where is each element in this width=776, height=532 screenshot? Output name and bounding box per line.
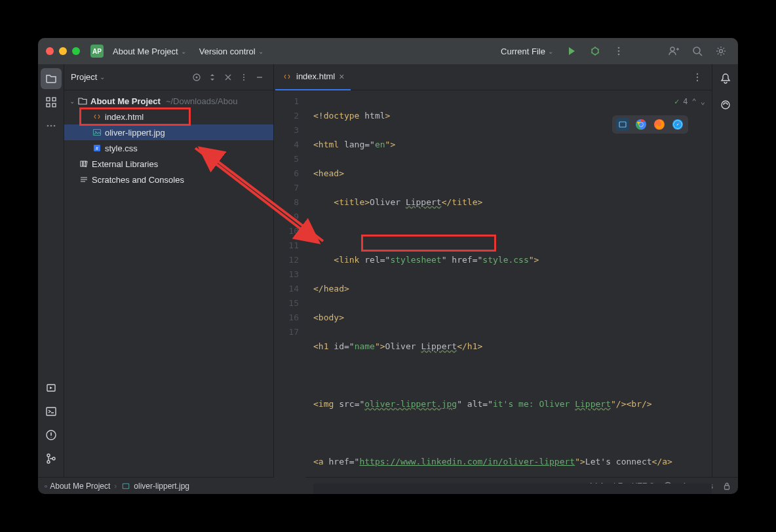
svg-point-19 [52,457,55,460]
line-number: 15 [274,296,299,311]
svg-rect-25 [94,130,101,136]
problems-tool-button[interactable] [41,425,62,446]
check-icon: ✓ [674,94,679,109]
scratches-icon [79,174,89,185]
firefox-button[interactable] [653,118,666,131]
svg-point-30 [697,76,698,77]
svg-point-0 [592,48,598,54]
tab-label: index.html [296,71,335,81]
minimize-window-button[interactable] [59,47,67,55]
svg-rect-7 [47,98,50,101]
project-badge: AP [90,45,104,58]
hide-panel-button[interactable] [252,70,267,85]
tree-file-label: style.css [105,143,138,153]
panel-options-button[interactable] [237,70,251,85]
code-with-me-button[interactable] [665,42,683,60]
editor[interactable]: 1 2 3 4 5 6 7 8 9 10 11 12 13 14 15 16 1 [274,90,712,494]
tree-root[interactable]: ⌄ About Me Project ~/Downloads/Abou [64,93,273,109]
run-config-menu[interactable]: Current File ⌄ [497,44,557,59]
tree-scratches[interactable]: Scratches and Consoles [64,172,273,187]
annotation-highlight-box [361,235,496,252]
line-number: 11 [274,238,299,253]
close-tab-button[interactable]: × [339,71,344,82]
folder-icon [77,96,88,106]
expand-all-button[interactable] [205,70,220,85]
open-in-browser-toolbar [612,115,688,134]
project-panel: Project ⌄ ⌄ About Me Project ~/Downloads… [64,64,274,477]
titlebar: AP About Me Project ⌄ Version control ⌄ … [38,38,738,64]
line-number: 4 [274,138,299,152]
version-control-menu[interactable]: Version control ⌄ [195,44,267,59]
run-config-label: Current File [501,47,545,56]
tree-external-libraries[interactable]: External Libraries [64,156,273,172]
collapse-all-button[interactable] [221,70,235,85]
select-opened-file-button[interactable] [189,70,204,85]
svg-rect-8 [52,98,56,101]
svg-point-5 [693,47,700,54]
more-menu[interactable] [610,42,628,60]
nav-project[interactable]: ▫ About Me Project [45,482,110,491]
editor-area: index.html × 1 2 3 4 5 6 7 8 9 10 11 [274,64,712,477]
more-tool-button[interactable] [41,115,62,136]
svg-point-40 [722,101,729,109]
svg-point-23 [243,76,244,77]
project-menu[interactable]: About Me Project ⌄ [109,44,190,59]
main-body: Project ⌄ ⌄ About Me Project ~/Downloads… [38,64,738,477]
tabs-menu-button[interactable] [688,68,707,86]
project-tree[interactable]: ⌄ About Me Project ~/Downloads/Abou inde… [64,90,273,190]
maximize-window-button[interactable] [72,47,80,55]
settings-button[interactable] [712,42,730,60]
project-panel-header: Project ⌄ [64,64,273,90]
tree-root-path: ~/Downloads/Abou [166,96,238,106]
tree-file-index[interactable]: index.html [64,109,273,124]
chevron-down-icon: ⌄ [69,98,75,105]
search-button[interactable] [688,42,707,60]
line-number: 12 [274,253,299,267]
svg-point-11 [47,125,48,127]
panel-title-label: Project [71,72,97,82]
lock-icon[interactable] [722,482,731,491]
line-number: 17 [274,325,299,339]
built-in-preview-button[interactable] [616,118,629,131]
vcs-tool-button[interactable] [41,448,62,469]
project-tool-button[interactable] [41,68,62,89]
debug-button[interactable] [586,42,604,60]
structure-tool-button[interactable] [41,92,62,113]
ai-assistant-button[interactable] [715,94,736,115]
tree-file-style[interactable]: # style.css [64,140,273,156]
tree-external-label: External Libraries [92,159,158,169]
tree-scratches-label: Scratches and Consoles [92,175,184,185]
svg-point-1 [618,47,620,49]
project-view-selector[interactable]: Project ⌄ [71,72,105,82]
tree-file-image[interactable]: oliver-lippert.jpg [64,124,273,140]
safari-button[interactable] [671,118,684,131]
line-number: 5 [274,152,299,166]
nav-file[interactable]: oliver-lippert.jpg [121,481,189,491]
line-number: 14 [274,282,299,296]
close-window-button[interactable] [46,47,54,55]
nav-file-label: oliver-lippert.jpg [134,482,189,491]
library-icon [79,159,89,169]
module-icon: ▫ [45,482,47,491]
terminal-tool-button[interactable] [41,401,62,422]
services-tool-button[interactable] [41,377,62,398]
code-content[interactable]: <!doctype html> <html lang="en"> <head> … [305,90,712,494]
right-tool-rail [712,64,738,477]
line-number: 13 [274,267,299,282]
svg-point-13 [53,125,55,127]
svg-point-17 [47,454,50,457]
chevron-down-icon: ⌄ [181,48,186,55]
line-number: 7 [274,181,299,195]
line-number: 1 [274,94,299,109]
line-number: 9 [274,210,299,224]
svg-point-22 [243,73,244,75]
notifications-button[interactable] [715,68,736,89]
svg-point-4 [670,47,674,51]
run-button[interactable] [562,42,581,60]
chrome-button[interactable] [634,118,648,131]
tab-index-html[interactable]: index.html × [275,64,351,90]
chevron-down-icon: ⌄ [701,94,705,109]
svg-point-6 [720,50,723,53]
traffic-lights [46,47,80,55]
inspection-widget[interactable]: ✓ 4 ⌃ ⌄ [674,94,705,109]
